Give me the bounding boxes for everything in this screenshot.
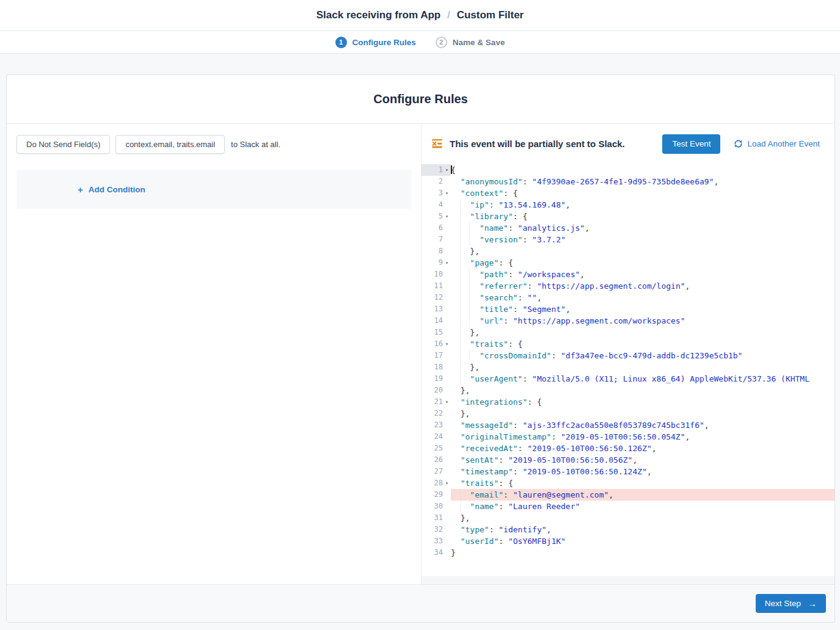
fold-toggle-icon[interactable]: ▾ [443,477,451,489]
card-body: Do Not Send Field(s) context.email, trai… [7,124,835,584]
line-number: 32 [422,524,451,535]
line-number: 12 [422,292,451,303]
line-number: 21▾ [422,396,451,408]
code-line: 21▾ "integrations": { [422,396,835,408]
code-line: 14 "url": "https://app.segment.com/works… [422,315,835,327]
code-line: 34} [422,547,835,559]
step-1-label: Configure Rules [352,38,416,47]
code-line: 4 "ip": "13.54.169.48", [422,199,835,211]
step-2-label: Name & Save [453,38,505,47]
line-number: 6 [422,222,451,234]
code-line: 30 "name": "Lauren Reeder" [422,501,835,512]
line-number: 34 [422,547,451,559]
code-line: 28▾ "traits": { [422,477,835,489]
line-number: 29 [422,489,451,501]
step-name-and-save[interactable]: 2 Name & Save [436,37,505,48]
fold-toggle-icon[interactable]: ▾ [443,164,451,176]
fold-toggle-icon[interactable]: ▾ [443,396,451,408]
code-line: 16▾ "traits": { [422,338,835,350]
top-header: Slack receiving from App / Custom Filter [0,0,840,31]
line-number: 1▾ [422,164,451,176]
load-another-event-link[interactable]: Load Another Event [734,139,820,148]
line-number: 24 [422,431,451,443]
step-configure-rules[interactable]: 1 Configure Rules [335,37,416,48]
step-1-badge: 1 [335,37,347,48]
line-number: 8 [422,245,451,257]
line-number: 4 [422,199,451,211]
breadcrumb-page: Custom Filter [457,9,524,21]
code-line: 6 "name": "analytics.js", [422,222,835,234]
code-line: 8 }, [422,245,835,257]
preview-header: This event will be partially sent to Sla… [422,124,835,164]
line-number: 26 [422,454,451,466]
line-number: 10 [422,269,451,280]
fold-toggle-icon[interactable]: ▾ [443,187,451,199]
code-line: 12 "search": "", [422,292,835,303]
code-line: 27 "timestamp": "2019-05-10T00:56:50.124… [422,466,835,477]
code-line: 10 "path": "/workspaces", [422,269,835,280]
step-bar: 1 Configure Rules 2 Name & Save [0,31,840,54]
code-line: 33 "userId": "OsY6MFBj1K" [422,535,835,547]
line-number: 17 [422,350,451,361]
arrow-right-icon: → [808,599,817,608]
code-line: 9▾ "page": { [422,257,835,269]
card-title: Configure Rules [7,75,835,124]
code-line: 31 }, [422,512,835,524]
event-status-text: This event will be partially sent to Sla… [450,139,662,149]
next-step-label: Next Step [765,599,801,608]
line-number: 30 [422,501,451,512]
code-line: 32 "type": "identify", [422,524,835,535]
rules-filter-icon [431,138,443,150]
add-condition-button[interactable]: + Add Condition [78,185,145,194]
add-condition-label: Add Condition [89,185,145,194]
load-another-event-label: Load Another Event [747,139,820,148]
breadcrumb-separator: / [447,10,450,21]
fold-toggle-icon[interactable]: ▾ [443,257,451,269]
code-line: 15 }, [422,327,835,338]
add-condition-box: + Add Condition [16,170,411,209]
code-line: 11 "referrer": "https://app.segment.com/… [422,280,835,292]
code-line: 18 }, [422,361,835,373]
line-number: 25 [422,443,451,454]
rule-config-panel: Do Not Send Field(s) context.email, trai… [7,124,422,584]
line-number: 16▾ [422,338,451,350]
fold-toggle-icon[interactable]: ▾ [443,211,451,222]
line-number: 31 [422,512,451,524]
line-number: 7 [422,234,451,245]
line-number: 14 [422,315,451,327]
test-event-button[interactable]: Test Event [662,134,720,154]
rule-fields-button[interactable]: context.email, traits.email [115,135,225,154]
code-line: 3▾ "context": { [422,187,835,199]
code-line: 1▾{ [422,164,835,176]
line-number: 11 [422,280,451,292]
code-line: 2 "anonymousId": "4f9390ae-2657-4fe1-9d9… [422,176,835,187]
code-line: 20 }, [422,385,835,396]
rule-row: Do Not Send Field(s) context.email, trai… [16,135,421,154]
line-number: 27 [422,466,451,477]
code-line: 13 "title": "Segment", [422,303,835,315]
json-editor[interactable]: 1▾{2 "anonymousId": "4f9390ae-2657-4fe1-… [422,164,835,576]
code-line: 22 }, [422,408,835,419]
code-line: 17 "crossDomainId": "df3a47ee-bcc9-479d-… [422,350,835,361]
configure-rules-card: Configure Rules Do Not Send Field(s) con… [6,74,835,623]
line-number: 9▾ [422,257,451,269]
line-number: 22 [422,408,451,419]
rule-suffix-text: to Slack at all. [231,140,280,149]
rule-action-button[interactable]: Do Not Send Field(s) [16,135,110,154]
plus-icon: + [78,185,83,194]
code-line: 5▾ "library": { [422,211,835,222]
line-number: 18 [422,361,451,373]
line-number: 20 [422,385,451,396]
step-2-badge: 2 [436,37,447,48]
line-number: 33 [422,535,451,547]
line-number: 13 [422,303,451,315]
refresh-icon [734,139,743,148]
code-line: 29 "email": "lauren@segment.com", [422,489,835,501]
event-preview-panel: This event will be partially sent to Sla… [422,124,835,584]
line-number: 15 [422,327,451,338]
line-number: 5▾ [422,211,451,222]
code-line: 23 "messageId": "ajs-33ffc2ac0a550e8f053… [422,419,835,431]
fold-toggle-icon[interactable]: ▾ [443,338,451,350]
next-step-button[interactable]: Next Step → [756,594,826,613]
line-number: 28▾ [422,477,451,489]
